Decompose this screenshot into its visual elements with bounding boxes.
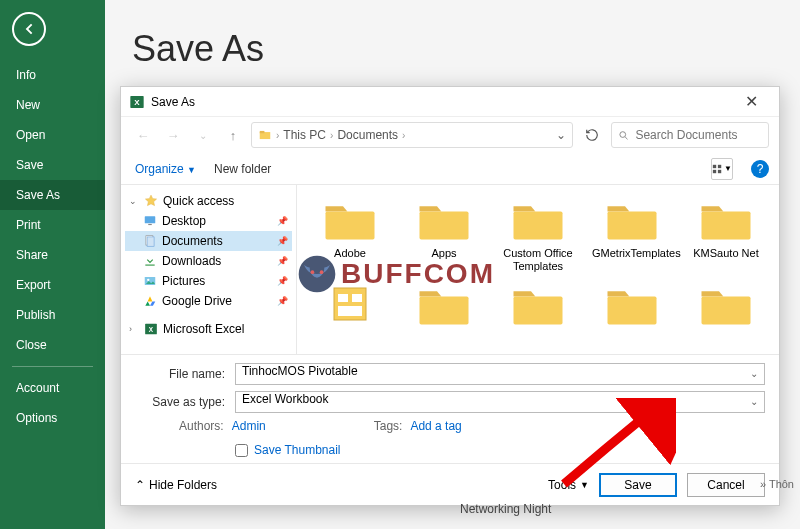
tree-microsoft-excel[interactable]: › X Microsoft Excel [125, 319, 292, 339]
breadcrumb-item[interactable]: This PC [283, 128, 326, 142]
svg-rect-30 [608, 297, 657, 325]
sidebar-item-options[interactable]: Options [0, 403, 105, 433]
search-box[interactable] [611, 122, 769, 148]
new-folder-button[interactable]: New folder [214, 162, 271, 176]
sidebar-item-open[interactable]: Open [0, 120, 105, 150]
pin-icon: 📌 [277, 256, 288, 266]
sidebar-item-save-as[interactable]: Save As [0, 180, 105, 210]
breadcrumb-item[interactable]: Documents [337, 128, 398, 142]
folder-icon [698, 284, 754, 328]
svg-rect-29 [514, 297, 563, 325]
nav-up-button[interactable]: ↑ [221, 123, 245, 147]
folder-item[interactable] [493, 280, 583, 336]
pin-icon: 📌 [277, 236, 288, 246]
tree-item-google-drive[interactable]: Google Drive📌 [125, 291, 292, 311]
tree-quick-access[interactable]: ⌄ Quick access [125, 191, 292, 211]
chevron-down-icon[interactable]: ⌄ [750, 396, 758, 407]
save-thumbnail-label[interactable]: Save Thumbnail [254, 443, 341, 457]
sidebar-item-new[interactable]: New [0, 90, 105, 120]
svg-point-16 [147, 279, 149, 281]
breadcrumb[interactable]: › This PC › Documents › ⌄ [251, 122, 573, 148]
folder-item[interactable]: Apps [399, 195, 489, 276]
sidebar-item-account[interactable]: Account [0, 373, 105, 403]
pin-icon: 📌 [277, 276, 288, 286]
background-crumb: » Thôn [760, 478, 794, 490]
svg-rect-13 [147, 237, 154, 246]
file-name-label: File name: [135, 367, 235, 381]
tools-dropdown[interactable]: Tools ▼ [548, 478, 589, 492]
save-as-dialog: X Save As ✕ ← → ⌄ ↑ › This PC › Document… [120, 86, 780, 506]
svg-rect-31 [702, 297, 751, 325]
chevron-down-icon: ⌄ [129, 196, 139, 206]
dialog-title: Save As [151, 95, 731, 109]
nav-back-button[interactable]: ← [131, 123, 155, 147]
folder-item[interactable] [587, 280, 677, 336]
dialog-titlebar: X Save As ✕ [121, 87, 779, 117]
folder-icon [604, 284, 660, 328]
file-icon [330, 284, 370, 324]
folder-item[interactable]: Adobe [305, 195, 395, 276]
folder-icon [416, 199, 472, 243]
chevron-right-icon: › [276, 130, 279, 141]
folder-icon [510, 284, 566, 328]
sidebar-item-info[interactable]: Info [0, 60, 105, 90]
authors-value[interactable]: Admin [232, 419, 266, 433]
content-pane: Adobe Apps Custom Office Templates GMetr… [297, 185, 779, 354]
hide-folders-button[interactable]: ⌃ Hide Folders [135, 478, 217, 492]
downloads-icon [143, 254, 157, 268]
file-name-input[interactable]: TinhocMOS Pivotable⌄ [235, 363, 765, 385]
folder-item[interactable]: KMSauto Net [681, 195, 771, 276]
save-button[interactable]: Save [599, 473, 677, 497]
view-icon [712, 163, 722, 175]
chevron-down-icon[interactable]: ⌄ [750, 368, 758, 379]
nav-forward-button[interactable]: → [161, 123, 185, 147]
chevron-down-icon[interactable]: ⌄ [556, 128, 566, 142]
chevron-down-icon: ▼ [724, 164, 732, 173]
sidebar-item-publish[interactable]: Publish [0, 300, 105, 330]
save-type-dropdown[interactable]: Excel Workbook⌄ [235, 391, 765, 413]
back-button[interactable] [12, 12, 46, 46]
folder-item[interactable] [681, 280, 771, 336]
tags-value[interactable]: Add a tag [410, 419, 461, 433]
cancel-button[interactable]: Cancel [687, 473, 765, 497]
folder-icon [322, 199, 378, 243]
sidebar-item-print[interactable]: Print [0, 210, 105, 240]
back-arrow-icon [21, 21, 37, 37]
chevron-down-icon: ▼ [187, 165, 196, 175]
folder-item[interactable]: GMetrixTemplates [587, 195, 677, 276]
folder-item[interactable]: Custom Office Templates [493, 195, 583, 276]
pictures-icon [143, 274, 157, 288]
svg-rect-21 [514, 211, 563, 239]
tree-item-documents[interactable]: Documents📌 [125, 231, 292, 251]
page-title: Save As [132, 28, 264, 70]
tree-item-pictures[interactable]: Pictures📌 [125, 271, 292, 291]
search-input[interactable] [635, 128, 762, 142]
organize-dropdown[interactable]: Organize ▼ [135, 162, 196, 176]
help-button[interactable]: ? [751, 160, 769, 178]
pin-icon: 📌 [277, 296, 288, 306]
sidebar-item-save[interactable]: Save [0, 150, 105, 180]
background-item: Networking Night [460, 502, 551, 516]
folder-item[interactable] [399, 280, 489, 336]
svg-rect-19 [326, 211, 375, 239]
svg-rect-6 [713, 164, 716, 167]
folder-icon [416, 284, 472, 328]
file-item[interactable] [305, 280, 395, 336]
save-thumbnail-checkbox[interactable] [235, 444, 248, 457]
sidebar-item-close[interactable]: Close [0, 330, 105, 360]
chevron-right-icon: › [129, 324, 139, 334]
refresh-button[interactable] [579, 122, 605, 148]
excel-icon: X [129, 94, 145, 110]
sidebar-item-export[interactable]: Export [0, 270, 105, 300]
backstage-sidebar: Info New Open Save Save As Print Share E… [0, 0, 105, 529]
tree-item-desktop[interactable]: Desktop📌 [125, 211, 292, 231]
view-mode-button[interactable]: ▼ [711, 158, 733, 180]
sidebar-item-share[interactable]: Share [0, 240, 105, 270]
tree-item-downloads[interactable]: Downloads📌 [125, 251, 292, 271]
nav-recent-dropdown[interactable]: ⌄ [191, 123, 215, 147]
chevron-right-icon: › [402, 130, 405, 141]
close-button[interactable]: ✕ [731, 92, 771, 111]
svg-text:X: X [134, 98, 140, 107]
star-icon [144, 194, 158, 208]
svg-rect-14 [145, 265, 154, 266]
